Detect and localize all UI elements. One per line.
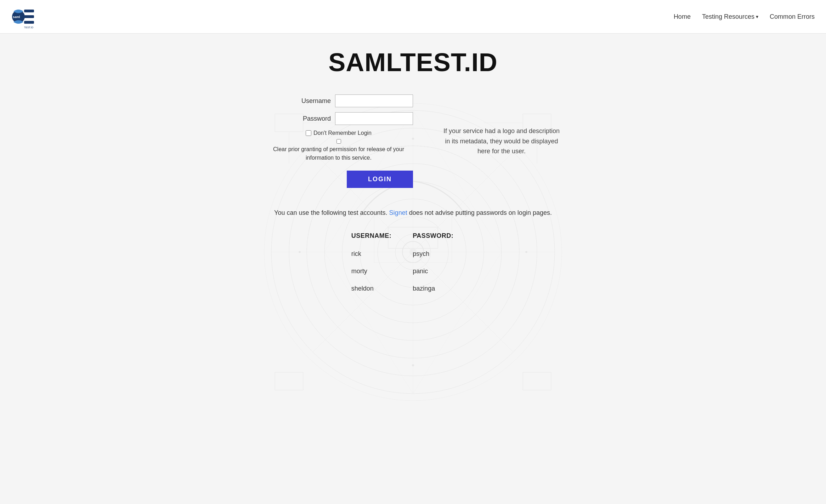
account-username: morty bbox=[351, 263, 413, 280]
svg-rect-34 bbox=[24, 10, 34, 12]
account-password: panic bbox=[413, 263, 475, 280]
main-content: SAMLTEST.ID Username Password Don't Reme… bbox=[0, 34, 826, 311]
password-label: Password bbox=[295, 115, 331, 122]
svg-point-18 bbox=[412, 364, 414, 366]
username-input[interactable] bbox=[335, 94, 413, 107]
checkbox-area: Don't Remember Login Clear prior grantin… bbox=[264, 130, 413, 162]
clear-permission-text: Clear prior granting of permission for r… bbox=[264, 145, 413, 162]
svg-rect-25 bbox=[275, 372, 303, 390]
login-form: Username Password Don't Remember Login C… bbox=[264, 94, 413, 188]
username-row: Username bbox=[295, 94, 413, 107]
svg-text:TEST.ID: TEST.ID bbox=[24, 26, 33, 29]
svg-rect-36 bbox=[24, 21, 34, 24]
service-info-text: If your service had a logo and descripti… bbox=[441, 126, 562, 156]
login-button[interactable]: LOGIN bbox=[347, 171, 413, 188]
login-area: Username Password Don't Remember Login C… bbox=[218, 94, 608, 188]
col-password-header: PASSWORD: bbox=[413, 229, 475, 245]
account-username: rick bbox=[351, 245, 413, 263]
password-row: Password bbox=[295, 112, 413, 125]
svg-rect-35 bbox=[24, 15, 34, 18]
dont-remember-label: Don't Remember Login bbox=[313, 130, 372, 136]
nav-common-errors[interactable]: Common Errors bbox=[770, 13, 815, 21]
signet-link[interactable]: Signet bbox=[389, 209, 407, 216]
accounts-table: USERNAME: PASSWORD: rickpsychmortypanics… bbox=[351, 229, 475, 297]
svg-text:saml: saml bbox=[13, 15, 20, 19]
table-row: rickpsych bbox=[351, 245, 475, 263]
col-username-header: USERNAME: bbox=[351, 229, 413, 245]
dont-remember-checkbox[interactable] bbox=[306, 130, 311, 136]
account-password: bazinga bbox=[413, 280, 475, 297]
account-username: sheldon bbox=[351, 280, 413, 297]
password-input[interactable] bbox=[335, 112, 413, 125]
svg-rect-26 bbox=[523, 372, 551, 390]
navbar: saml TEST.ID Home Testing Resources Comm… bbox=[0, 0, 826, 34]
table-row: sheldonbazinga bbox=[351, 280, 475, 297]
nav-testing-resources[interactable]: Testing Resources bbox=[702, 13, 758, 21]
test-accounts-intro: You can use the following test accounts.… bbox=[274, 209, 552, 217]
account-password: psych bbox=[413, 245, 475, 263]
test-accounts-intro-suffix: does not advise putting passwords on log… bbox=[409, 209, 552, 216]
service-info: If your service had a logo and descripti… bbox=[441, 94, 562, 188]
test-accounts-section: You can use the following test accounts.… bbox=[274, 209, 552, 297]
nav-home[interactable]: Home bbox=[674, 13, 691, 21]
test-accounts-intro-text: You can use the following test accounts. bbox=[274, 209, 387, 216]
page-title: SAMLTEST.ID bbox=[328, 48, 498, 77]
table-row: mortypanic bbox=[351, 263, 475, 280]
logo[interactable]: saml TEST.ID bbox=[11, 4, 36, 29]
username-label: Username bbox=[295, 97, 331, 105]
nav-links: Home Testing Resources Common Errors bbox=[674, 13, 815, 21]
dont-remember-row: Don't Remember Login bbox=[306, 130, 372, 136]
clear-permission-row: Clear prior granting of permission for r… bbox=[264, 139, 413, 162]
clear-permission-checkbox[interactable] bbox=[336, 139, 341, 144]
